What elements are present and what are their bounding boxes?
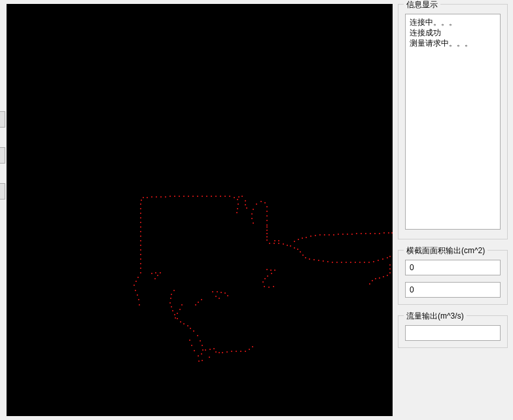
cross-section-group: 横截面面积输出(cm^2): [398, 250, 508, 305]
info-log[interactable]: 连接中。。。 连接成功 测量请求中。。。: [405, 14, 501, 230]
info-display-group: 信息显示 连接中。。。 连接成功 测量请求中。。。: [398, 4, 508, 239]
right-panel: 信息显示 连接中。。。 连接成功 测量请求中。。。 横截面面积输出(cm^2) …: [397, 0, 513, 420]
scan-display: [7, 4, 393, 416]
side-button-1[interactable]: [0, 111, 5, 128]
left-button-strip: [0, 0, 5, 420]
side-button-3[interactable]: [0, 183, 5, 200]
cross-section-title: 横截面面积输出(cm^2): [404, 245, 487, 256]
scan-canvas: [7, 4, 393, 416]
info-display-title: 信息显示: [404, 0, 440, 10]
cross-section-output-2[interactable]: [405, 282, 501, 298]
cross-section-output-1[interactable]: [405, 260, 501, 275]
flow-group: 流量输出(m^3/s): [398, 315, 508, 348]
flow-output[interactable]: [405, 325, 501, 341]
side-button-2[interactable]: [0, 147, 5, 164]
flow-title: 流量输出(m^3/s): [404, 311, 467, 322]
